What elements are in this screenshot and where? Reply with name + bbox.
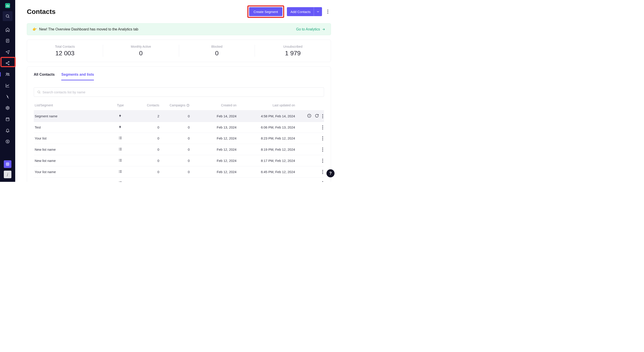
svg-point-24 bbox=[188, 106, 188, 106]
row-more-button[interactable] bbox=[322, 114, 323, 118]
cell-contacts: 2 bbox=[130, 110, 160, 122]
sidebar-search-button[interactable] bbox=[3, 11, 12, 21]
row-info-button[interactable] bbox=[307, 113, 312, 119]
list-icon bbox=[118, 158, 122, 162]
sidebar-item-contacts[interactable] bbox=[3, 71, 12, 78]
row-more-button[interactable] bbox=[322, 147, 323, 152]
help-fab[interactable]: ? bbox=[326, 169, 334, 177]
search-wrap bbox=[34, 87, 324, 97]
svg-point-12 bbox=[8, 73, 9, 74]
add-contacts-chevron[interactable] bbox=[314, 7, 322, 16]
cell-campaigns: 0 bbox=[160, 144, 190, 155]
sidebar-item-automations[interactable] bbox=[3, 93, 12, 100]
row-more-button[interactable] bbox=[322, 159, 323, 163]
svg-line-9 bbox=[7, 62, 8, 63]
svg-point-49 bbox=[119, 170, 120, 171]
cell-updated: 8:17 PM, Feb 12, 2024 bbox=[238, 155, 296, 166]
table-row[interactable]: Test00Feb 13, 20246:06 PM, Feb 13, 2024 bbox=[34, 122, 324, 133]
th-campaigns-label: Campaigns bbox=[170, 103, 185, 107]
svg-point-50 bbox=[119, 171, 120, 172]
stat-value: 1 979 bbox=[285, 50, 301, 57]
sidebar-accent-button[interactable] bbox=[4, 160, 12, 168]
th-actions bbox=[296, 103, 324, 110]
sidebar-item-notifications[interactable] bbox=[3, 127, 12, 134]
app-logo[interactable] bbox=[5, 3, 10, 8]
sidebar-item-share[interactable] bbox=[3, 60, 12, 67]
cell-contacts: 0 bbox=[130, 133, 160, 144]
stat-value: 0 bbox=[215, 50, 219, 57]
cell-name: Test bbox=[34, 122, 111, 133]
table-row[interactable]: Test list name00Feb 12, 20246:41 PM, Feb… bbox=[34, 178, 324, 182]
cell-type bbox=[111, 166, 130, 178]
page-title: Contacts bbox=[27, 8, 56, 16]
cell-updated: 6:06 PM, Feb 13, 2024 bbox=[238, 122, 296, 133]
sidebar-item-campaigns[interactable] bbox=[3, 48, 12, 56]
cell-updated: 4:58 PM, Feb 14, 2024 bbox=[238, 110, 296, 122]
sidebar-avatar[interactable]: j bbox=[4, 171, 12, 178]
row-more-icon bbox=[322, 136, 323, 140]
more-icon bbox=[327, 10, 328, 14]
create-segment-button[interactable]: Create Segment bbox=[249, 7, 282, 16]
table-row[interactable]: Your list00Feb 12, 20248:23 PM, Feb 12, … bbox=[34, 133, 324, 144]
svg-point-39 bbox=[119, 150, 120, 150]
row-more-icon bbox=[322, 125, 323, 129]
row-more-icon bbox=[322, 147, 323, 152]
table-row[interactable]: Segment name20Feb 14, 20244:58 PM, Feb 1… bbox=[34, 110, 324, 122]
stat-monthly-active: Monthly Active 0 bbox=[103, 45, 179, 57]
svg-point-31 bbox=[119, 137, 120, 137]
go-to-analytics-link[interactable]: Go to Analytics bbox=[296, 27, 325, 31]
stat-label: Unsubscribed bbox=[283, 45, 302, 48]
sidebar-item-analytics[interactable] bbox=[3, 82, 12, 89]
create-segment-highlight: Create Segment bbox=[247, 5, 284, 18]
table-row[interactable]: Your list name00Feb 12, 20246:45 PM, Feb… bbox=[34, 166, 324, 178]
sidebar-item-home[interactable] bbox=[3, 26, 12, 33]
cell-actions bbox=[296, 110, 324, 122]
cell-contacts: 0 bbox=[130, 122, 160, 133]
cell-campaigns: 0 bbox=[160, 133, 190, 144]
tab-all-contacts[interactable]: All Contacts bbox=[34, 73, 54, 80]
sidebar-item-settings[interactable] bbox=[3, 104, 12, 111]
cell-created: Feb 12, 2024 bbox=[190, 133, 237, 144]
main-content: Contacts Create Segment Add Contacts 👉 N… bbox=[15, 0, 340, 182]
help-icon[interactable] bbox=[186, 104, 190, 107]
row-more-button[interactable] bbox=[322, 181, 323, 182]
row-more-icon bbox=[322, 181, 323, 182]
svg-point-44 bbox=[119, 160, 120, 160]
row-more-icon bbox=[322, 170, 323, 174]
sidebar: j bbox=[0, 0, 15, 182]
stat-unsubscribed: Unsubscribed 1 979 bbox=[255, 45, 331, 57]
list-icon bbox=[118, 147, 122, 151]
svg-point-37 bbox=[119, 148, 120, 148]
cell-campaigns: 0 bbox=[160, 166, 190, 178]
cell-actions bbox=[296, 122, 324, 133]
cell-name: Segment name bbox=[34, 110, 111, 122]
cell-campaigns: 0 bbox=[160, 155, 190, 166]
add-contacts-button[interactable]: Add Contacts bbox=[287, 7, 314, 16]
tabs-bar: All Contacts Segments and lists bbox=[34, 73, 324, 81]
svg-point-51 bbox=[119, 172, 120, 173]
th-campaigns: Campaigns bbox=[160, 103, 190, 110]
row-more-button[interactable] bbox=[322, 125, 323, 129]
sidebar-item-billing[interactable] bbox=[3, 138, 12, 145]
row-more-button[interactable] bbox=[322, 136, 323, 140]
svg-line-1 bbox=[8, 17, 9, 18]
row-more-button[interactable] bbox=[322, 170, 323, 174]
cell-actions bbox=[296, 144, 324, 155]
stat-label: Monthly Active bbox=[131, 45, 151, 48]
cell-name: Your list bbox=[34, 133, 111, 144]
search-input[interactable] bbox=[42, 90, 321, 94]
table-row[interactable]: New list name00Feb 12, 20248:19 PM, Feb … bbox=[34, 144, 324, 155]
cell-actions bbox=[296, 166, 324, 178]
header-more-button[interactable] bbox=[325, 7, 331, 16]
list-icon bbox=[118, 136, 122, 140]
cell-campaigns: 0 bbox=[160, 178, 190, 182]
cell-updated: 6:45 PM, Feb 12, 2024 bbox=[238, 166, 296, 178]
row-refresh-button[interactable] bbox=[314, 113, 319, 119]
svg-point-11 bbox=[6, 73, 8, 74]
svg-point-32 bbox=[119, 138, 120, 138]
sidebar-item-calendar[interactable] bbox=[3, 116, 12, 123]
tab-segments-lists[interactable]: Segments and lists bbox=[61, 73, 94, 80]
add-contacts-dropdown: Add Contacts bbox=[287, 7, 322, 16]
sidebar-item-templates[interactable] bbox=[3, 37, 12, 44]
table-row[interactable]: New list name00Feb 12, 20248:17 PM, Feb … bbox=[34, 155, 324, 166]
